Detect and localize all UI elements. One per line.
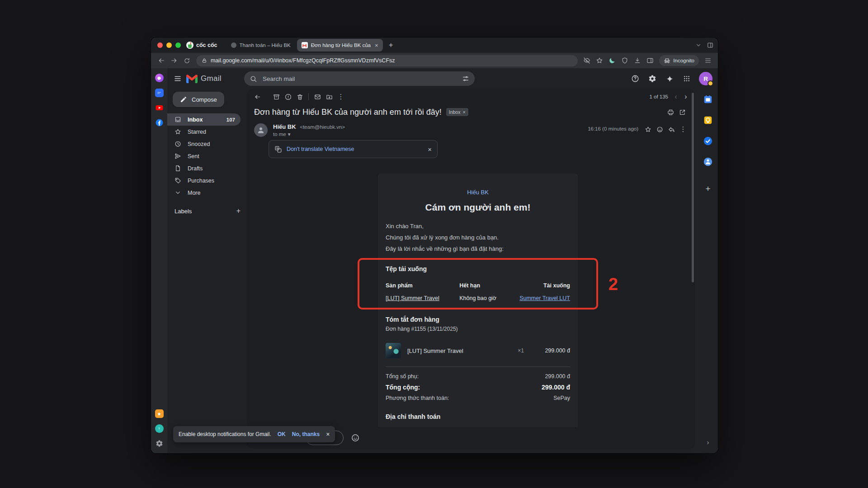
print-icon[interactable]	[665, 106, 676, 118]
settings-gear-icon[interactable]	[645, 71, 660, 86]
annotation-number: 2	[609, 275, 618, 294]
add-label-icon[interactable]: +	[236, 207, 241, 215]
gmail-search-bar[interactable]	[244, 71, 475, 86]
draft-icon	[175, 165, 181, 172]
hide-ads-icon[interactable]	[581, 55, 592, 66]
help-app-icon[interactable]	[155, 424, 164, 433]
inbox-label-chip[interactable]: Inbox ×	[446, 108, 468, 116]
main-menu-icon[interactable]	[170, 71, 185, 86]
browser-settings-icon[interactable]	[155, 439, 164, 448]
bookmark-star-icon[interactable]	[594, 55, 605, 66]
email-line2: Đây là lời nhắc về những gì bạn đã đặt h…	[386, 245, 570, 253]
close-tab-icon[interactable]: ×	[375, 42, 378, 49]
incognito-badge: Incognito	[659, 55, 699, 66]
sidebar-item-drafts[interactable]: Drafts	[167, 162, 241, 174]
send-icon	[175, 153, 181, 160]
sidebar-item-sent[interactable]: Sent	[167, 150, 241, 162]
calendar-icon[interactable]	[703, 94, 713, 104]
back-to-inbox-icon[interactable]	[251, 91, 263, 103]
browser-window: cốc cốc Thanh toán – Hiếu BK Đơn hàng từ…	[151, 38, 718, 453]
search-input[interactable]	[262, 75, 455, 83]
item-quantity: ×1	[518, 347, 524, 354]
site-lock-icon[interactable]	[202, 58, 207, 63]
coccoc-logo-icon	[186, 42, 193, 49]
tasks-icon[interactable]	[703, 136, 713, 146]
sidebar-item-inbox[interactable]: Inbox 107	[167, 113, 241, 126]
account-avatar[interactable]: R	[699, 72, 712, 85]
gemini-icon[interactable]	[662, 71, 677, 86]
forward-icon[interactable]	[168, 55, 180, 66]
billing-address-title: Địa chỉ thanh toán	[386, 413, 570, 420]
back-icon[interactable]	[156, 55, 167, 66]
scrollbar-thumb[interactable]	[692, 93, 694, 282]
window-controls	[157, 42, 181, 48]
snackbar-dismiss-button[interactable]: No, thanks	[292, 431, 320, 437]
browser-tab-payment[interactable]: Thanh toán – Hiếu BK	[226, 39, 295, 51]
url-bar[interactable]: mail.google.com/mail/u/0/#inbox/FMfcgzQc…	[196, 55, 578, 66]
rewards-app-icon[interactable]	[155, 409, 164, 418]
close-window-button[interactable]	[157, 42, 163, 48]
address-bar-actions: Incognito	[581, 55, 713, 66]
new-tab-button[interactable]: +	[386, 40, 396, 51]
person-icon	[257, 126, 265, 134]
window-panels-icon[interactable]	[707, 42, 713, 48]
collapse-rail-icon[interactable]: ›	[707, 438, 709, 446]
facebook-app-icon[interactable]	[155, 118, 164, 127]
dont-translate-link[interactable]: Don't translate Vietnamese	[287, 146, 354, 152]
zoom-window-button[interactable]	[175, 42, 181, 48]
keep-icon[interactable]	[703, 115, 713, 125]
reply-icon[interactable]	[665, 123, 677, 135]
report-spam-icon[interactable]	[282, 91, 294, 103]
older-email-icon[interactable]: ›	[681, 93, 691, 101]
browser-tab-bar: cốc cốc Thanh toán – Hiếu BK Đơn hàng từ…	[151, 38, 718, 53]
move-to-folder-icon[interactable]	[323, 91, 335, 103]
remove-label-icon[interactable]: ×	[462, 109, 465, 115]
download-link[interactable]: Summer Travel LUT	[519, 295, 570, 301]
dark-mode-moon-icon[interactable]	[607, 55, 618, 66]
minimize-window-button[interactable]	[166, 42, 172, 48]
sidebar-item-purchases[interactable]: Purchases	[167, 174, 241, 187]
contacts-icon[interactable]	[703, 157, 713, 167]
blue-app-icon[interactable]	[155, 89, 164, 97]
search-icon[interactable]	[250, 75, 257, 83]
recipient-dropdown[interactable]: to me ▾	[273, 131, 345, 137]
sidebar-item-snoozed[interactable]: Snoozed	[167, 138, 241, 150]
tab-search-icon[interactable]	[695, 42, 702, 48]
star-email-icon[interactable]	[642, 123, 654, 135]
newer-email-icon[interactable]: ‹	[671, 93, 681, 101]
shield-icon[interactable]	[619, 55, 630, 66]
order-number-line: Đơn hàng #1155 (13/11/2025)	[386, 326, 570, 332]
browser-tab-order-active[interactable]: Đơn hàng từ Hiếu BK của ×	[297, 39, 383, 52]
sidebar-item-more[interactable]: More	[167, 187, 241, 199]
side-panel-icon[interactable]	[645, 55, 656, 66]
browser-menu-icon[interactable]	[703, 55, 713, 66]
search-filters-icon[interactable]	[459, 72, 472, 85]
message-more-icon[interactable]: ⋮	[677, 123, 689, 135]
snackbar-close-icon[interactable]: ×	[326, 431, 330, 438]
order-item-row: [LUT] Summer Travel ×1 299.000 đ	[386, 343, 570, 358]
messenger-app-icon[interactable]	[155, 74, 164, 82]
sidebar-item-starred[interactable]: Starred	[167, 126, 241, 138]
sender-avatar[interactable]	[254, 123, 268, 137]
merchant-link[interactable]: Hiếu BK	[467, 189, 489, 196]
youtube-app-icon[interactable]	[155, 103, 164, 112]
downloads-icon[interactable]	[632, 55, 643, 66]
open-in-new-icon[interactable]	[676, 106, 688, 118]
snackbar-ok-button[interactable]: OK	[278, 431, 286, 437]
archive-icon[interactable]	[270, 91, 282, 103]
product-link[interactable]: [LUT] Summer Travel	[386, 295, 439, 301]
google-apps-icon[interactable]	[679, 71, 694, 86]
reload-icon[interactable]	[181, 55, 193, 66]
mark-unread-icon[interactable]	[311, 91, 323, 103]
compose-button[interactable]: Compose	[173, 92, 224, 107]
get-addons-icon[interactable]: +	[705, 184, 710, 194]
add-reaction-icon[interactable]	[349, 432, 362, 444]
help-icon[interactable]	[627, 71, 643, 86]
gmail-logo: Gmail	[186, 74, 244, 83]
close-translate-icon[interactable]: ×	[428, 145, 432, 153]
coccoc-brand: cốc cốc	[186, 42, 217, 49]
delete-icon[interactable]	[294, 91, 306, 103]
emoji-reaction-icon[interactable]	[654, 123, 665, 135]
more-options-icon[interactable]: ⋮	[335, 91, 347, 103]
gmail-body: Compose Inbox 107 Starred	[167, 89, 718, 453]
